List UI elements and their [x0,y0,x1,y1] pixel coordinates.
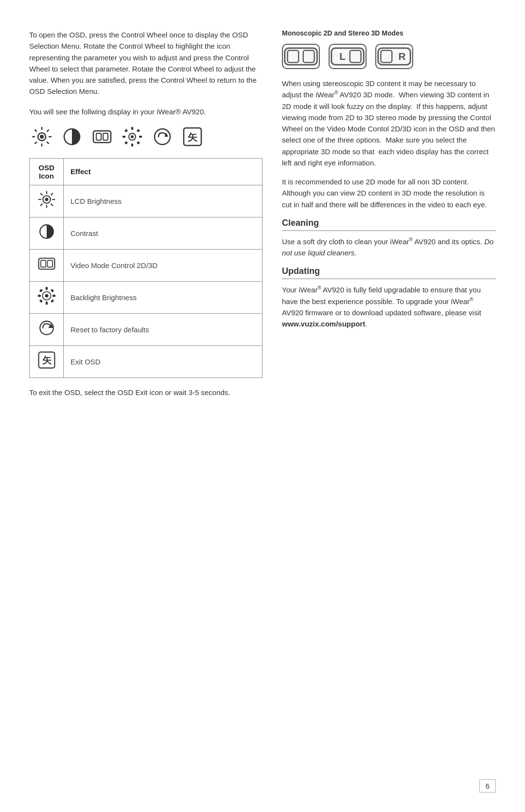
svg-line-7 [47,129,49,131]
reset-icon [30,313,64,345]
svg-rect-45 [45,302,47,305]
svg-rect-19 [139,136,142,138]
backlight-icon-small [120,124,145,149]
updating-url: www.vuzix.com/support [282,320,365,328]
reset-icon-small [150,124,175,149]
svg-rect-16 [131,127,133,130]
svg-line-35 [51,203,52,205]
svg-text:L: L [339,51,346,62]
svg-rect-46 [37,295,40,297]
lcd-brightness-label: LCD Brightness [64,185,262,217]
table-header-icon: OSDIcon [30,158,64,185]
video-mode-icon [30,249,64,281]
osd-icon-row: 矢 [29,124,262,149]
stereo-text-1: When using stereoscopic 3D content it ma… [282,78,496,168]
lcd-brightness-icon-small [29,124,54,149]
intro-paragraph: To open the OSD, press the Control Wheel… [29,29,262,97]
stereo-text-2: It is recommended to use 2D mode for all… [282,176,496,210]
mono-icons-row: L R [282,44,496,69]
table-row: 矢 Exit OSD [30,345,262,378]
exit-osd-label: Exit OSD [64,345,262,378]
exit-osd-icon: 矢 [30,345,64,378]
svg-point-9 [40,135,44,139]
svg-rect-47 [52,295,55,297]
svg-rect-61 [350,51,361,63]
svg-point-43 [45,294,48,297]
contrast-label: Contrast [64,217,262,249]
svg-text:矢: 矢 [41,355,52,365]
svg-rect-21 [137,129,140,132]
svg-rect-49 [50,289,53,292]
updating-text: Your iWear® AV920 is fully field upgrada… [282,284,496,329]
exit-note: To exit the OSD, select the OSD Exit ico… [29,387,262,398]
svg-text:矢: 矢 [187,132,198,143]
svg-rect-12 [96,133,101,140]
table-row: Reset to factory defaults [30,313,262,345]
svg-rect-58 [303,51,315,63]
mono-right-icon: R [375,44,413,69]
svg-rect-13 [103,133,108,140]
page-number: 6 [479,779,496,793]
mono-2d-icon [282,44,320,69]
table-header-effect: Effect [64,158,262,185]
svg-rect-40 [40,260,45,267]
svg-line-6 [47,142,49,144]
svg-rect-23 [137,141,140,144]
svg-line-37 [40,203,42,205]
svg-line-5 [35,129,37,131]
updating-heading: Updating [282,266,496,279]
svg-rect-57 [287,51,298,63]
backlight-brightness-icon [30,281,64,313]
table-row: Video Mode Control 2D/3D [30,249,262,281]
exit-icon-small: 矢 [180,124,205,149]
osd-table: OSDIcon Effect [29,158,262,378]
svg-rect-48 [39,289,42,292]
table-row: Contrast [30,217,262,249]
svg-rect-22 [124,141,128,144]
svg-point-15 [131,135,134,138]
contrast-icon [30,217,64,249]
backlight-brightness-label: Backlight Brightness [64,281,262,313]
video-mode-icon-small [89,124,115,149]
svg-line-36 [51,193,52,195]
svg-rect-41 [47,260,52,267]
svg-point-29 [45,198,48,201]
table-row: LCD Brightness [30,185,262,217]
svg-rect-17 [131,144,133,146]
follwing-paragraph: You will see the follwing display in you… [29,106,262,117]
svg-text:R: R [399,51,406,62]
table-row: Backlight Brightness [30,281,262,313]
svg-rect-51 [50,299,53,303]
reset-label: Reset to factory defaults [64,313,262,345]
mono-title: Monoscopic 2D and Stereo 3D Modes [282,29,496,37]
svg-line-34 [40,193,42,195]
svg-rect-44 [45,287,47,290]
video-mode-label: Video Mode Control 2D/3D [64,249,262,281]
cleaning-heading: Cleaning [282,218,496,231]
contrast-icon-small [59,124,85,149]
mono-left-icon: L [329,44,367,69]
svg-line-8 [35,142,37,144]
svg-rect-18 [122,136,125,138]
lcd-brightness-icon [30,185,64,217]
svg-rect-50 [39,299,42,303]
svg-rect-63 [381,51,392,63]
svg-rect-20 [124,129,128,132]
cleaning-text: Use a soft dry cloth to clean your iWear… [282,236,496,259]
